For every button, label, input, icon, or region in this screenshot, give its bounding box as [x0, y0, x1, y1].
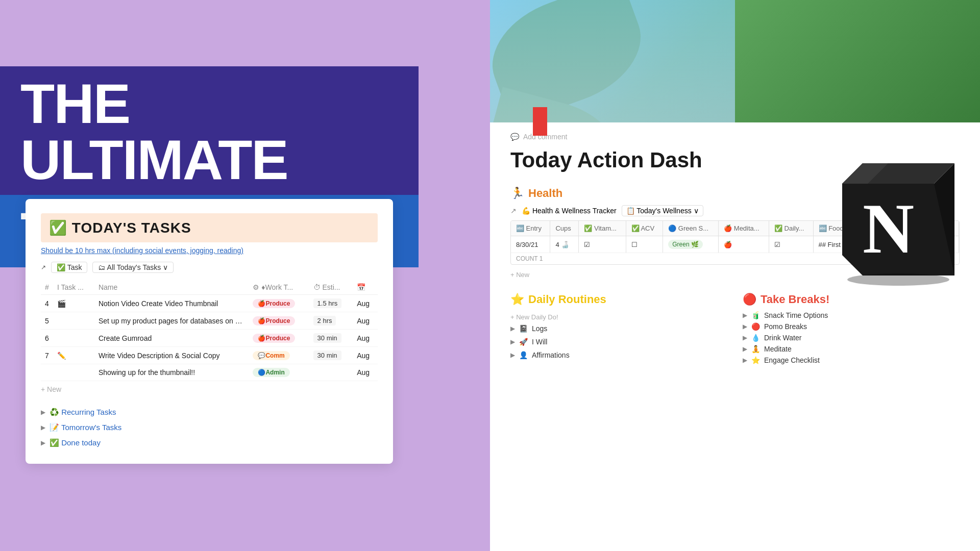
- routine-logs[interactable]: ▶ 📓 Logs: [510, 323, 727, 334]
- take-breaks-section: 🔴 Take Breaks! ▶ 🧃 Snack Time Options ▶ …: [743, 293, 960, 364]
- table-row[interactable]: 7 ✏️ Write Video Description & Social Co…: [41, 347, 378, 364]
- right-panel: 💬 Add comment Today Action Dash 🏃 Health…: [490, 0, 980, 551]
- chevron-right-icon: ▶: [41, 439, 45, 446]
- recurring-tasks-label: ♻️ Recurring Tasks: [50, 408, 116, 417]
- entry-cups: 4 🍶: [550, 236, 579, 253]
- task-panel-header: ✅ TODAY'S TASKS: [41, 213, 378, 242]
- breaks-heading: 🔴 Take Breaks!: [743, 293, 960, 306]
- col-work: ⚙ ♦Work T...: [249, 280, 309, 295]
- col-medita: 🍎 Medita...: [719, 221, 769, 236]
- add-comment-line: 💬 Add comment: [510, 133, 960, 141]
- chevron-right-icon: ▶: [41, 424, 45, 431]
- iwill-label: I Will: [532, 338, 547, 346]
- speech-bubble-icon: 💬: [510, 133, 519, 141]
- task-subtitle[interactable]: Should be 10 hrs max (including social e…: [41, 246, 378, 255]
- cube-shadow: [847, 273, 949, 286]
- red-accent-box: [533, 107, 547, 136]
- chevron-right-icon: ▶: [743, 357, 747, 364]
- task-table: # I Task ... Name ⚙ ♦Work T... ⏱ Esti...…: [41, 280, 378, 381]
- col-acv: ✅ ACV: [626, 221, 663, 236]
- sky-overlay: [490, 0, 735, 122]
- task-badge[interactable]: ✅ Task: [51, 262, 87, 273]
- col-name: Name: [94, 280, 249, 295]
- task-panel: ✅ TODAY'S TASKS Should be 10 hrs max (in…: [26, 199, 393, 464]
- tropical-background: [490, 0, 980, 122]
- col-entry: 🔤 Entry: [511, 221, 550, 236]
- break-meditate[interactable]: ▶ 🧘 Meditate: [743, 345, 960, 353]
- tracker-arrow: ↗: [510, 207, 517, 215]
- chevron-right-icon: ▶: [510, 338, 515, 345]
- task-panel-title: ✅ TODAY'S TASKS: [49, 220, 191, 236]
- col-task: I Task ...: [53, 280, 94, 295]
- entry-medita: 🍎: [719, 236, 769, 253]
- table-row[interactable]: 5 Set up my product pages for databases …: [41, 312, 378, 330]
- two-col-section: ⭐ Daily Routines + New Daily Do! ▶ 📓 Log…: [510, 293, 960, 364]
- meditate-emoji: 🧘: [751, 345, 760, 353]
- water-label: Drink Water: [764, 334, 801, 342]
- title-line1-text: THE ULTIMATE: [20, 72, 288, 191]
- routine-iwill[interactable]: ▶ 🚀 I Will: [510, 336, 727, 347]
- entry-date: 8/30/21: [511, 236, 550, 253]
- notion-logo-svg: N: [832, 153, 965, 286]
- chevron-right-icon: ▶: [743, 312, 747, 319]
- breaks-list: ▶ 🧃 Snack Time Options ▶ 🔴 Pomo Breaks ▶…: [743, 311, 960, 364]
- chevron-right-icon: ▶: [510, 325, 515, 332]
- routines-list: ▶ 📓 Logs ▶ 🚀 I Will ▶ 👤 Affirmations: [510, 323, 727, 361]
- breaks-label: Take Breaks!: [761, 293, 829, 306]
- col-vitamins: ✅ Vitam...: [579, 221, 626, 236]
- routines-add-new[interactable]: + New Daily Do!: [510, 311, 727, 323]
- add-new-task[interactable]: + New: [41, 381, 378, 397]
- break-water[interactable]: ▶ 💧 Drink Water: [743, 334, 960, 342]
- engage-emoji: ⭐: [751, 356, 760, 364]
- break-pomo[interactable]: ▶ 🔴 Pomo Breaks: [743, 322, 960, 331]
- daily-routines-section: ⭐ Daily Routines + New Daily Do! ▶ 📓 Log…: [510, 293, 727, 364]
- bottom-sections: ▶ ♻️ Recurring Tasks ▶ 📝 Tomorrow's Task…: [41, 406, 378, 449]
- break-engage[interactable]: ▶ ⭐ Engage Checklist: [743, 356, 960, 364]
- breaks-emoji: 🔴: [743, 293, 756, 306]
- link-arrow: ↗: [41, 264, 46, 271]
- routines-emoji: ⭐: [510, 293, 524, 306]
- col-cups: Cups: [550, 221, 579, 236]
- break-snack[interactable]: ▶ 🧃 Snack Time Options: [743, 311, 960, 319]
- left-panel: THE ULTIMATE TO-DO LIST ✅ TODAY'S TASKS …: [0, 0, 490, 551]
- filter-badge[interactable]: 🗂 All Today's Tasks ∨: [92, 262, 174, 273]
- entry-daily: ☑: [769, 236, 813, 253]
- logs-emoji: 📓: [519, 324, 528, 333]
- tomorrows-tasks-label: 📝 Tomorrow's Tasks: [50, 423, 121, 432]
- water-emoji: 💧: [751, 334, 760, 342]
- tracker-filter[interactable]: 📋 Today's Wellness ∨: [622, 205, 703, 216]
- routines-label: Daily Routines: [528, 293, 606, 306]
- table-row[interactable]: 4 🎬 Notion Video Create Video Thumbnail …: [41, 295, 378, 312]
- affirmations-label: Affirmations: [532, 351, 570, 359]
- chevron-right-icon: ▶: [510, 352, 515, 359]
- tomorrows-tasks-item[interactable]: ▶ 📝 Tomorrow's Tasks: [41, 421, 378, 434]
- chevron-right-icon: ▶: [743, 345, 747, 353]
- routine-affirmations[interactable]: ▶ 👤 Affirmations: [510, 349, 727, 361]
- tracker-label[interactable]: 💪 Health & Wellness Tracker: [522, 207, 617, 215]
- table-row[interactable]: Showing up for the thumbnail!! 🔵Admin Au…: [41, 364, 378, 381]
- done-today-label: ✅ Done today: [50, 438, 101, 447]
- table-row[interactable]: 6 Create Gumroad 🍎Produce 30 min Aug: [41, 330, 378, 347]
- entry-acv: ☐: [626, 236, 663, 253]
- recurring-tasks-item[interactable]: ▶ ♻️ Recurring Tasks: [41, 406, 378, 419]
- col-hash: #: [41, 280, 53, 295]
- affirmations-emoji: 👤: [519, 351, 528, 359]
- engage-label: Engage Checklist: [764, 356, 820, 364]
- chevron-right-icon: ▶: [743, 334, 747, 341]
- snack-emoji: 🧃: [751, 311, 760, 319]
- chevron-right-icon: ▶: [41, 409, 45, 416]
- logs-label: Logs: [532, 324, 547, 333]
- done-today-item[interactable]: ▶ ✅ Done today: [41, 436, 378, 449]
- notion-cube: N: [832, 153, 965, 286]
- col-esti: ⏱ Esti...: [309, 280, 353, 295]
- pomo-label: Pomo Breaks: [764, 322, 807, 331]
- health-emoji: 🏃: [510, 187, 524, 200]
- col-daily: ✅ Daily...: [769, 221, 813, 236]
- meditate-label: Meditate: [764, 345, 792, 353]
- entry-vitamins: ☑: [579, 236, 626, 253]
- health-label: Health: [528, 187, 562, 200]
- routines-heading: ⭐ Daily Routines: [510, 293, 727, 306]
- col-date: 📅: [353, 280, 378, 295]
- entry-greens: Green 🌿: [663, 236, 719, 253]
- iwill-emoji: 🚀: [519, 338, 528, 346]
